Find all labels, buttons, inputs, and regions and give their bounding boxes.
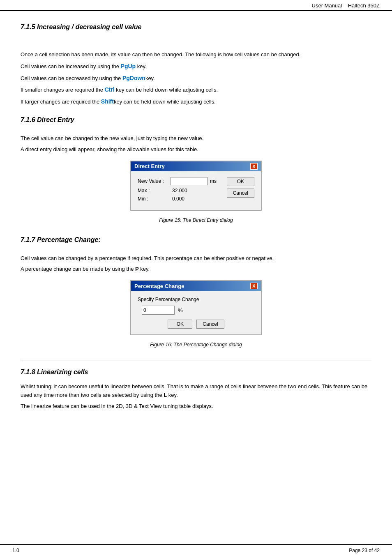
section-715-line3-suffix: key can be held down while adjusting cel… [115,87,218,93]
direct-entry-body: New Value : ms Max : 32.000 [131,171,261,210]
section-718-para1: Whilst tuning, it can become useful to l… [21,382,371,400]
direct-entry-min-label: Min : [138,196,171,202]
pct-ok-button[interactable]: OK [168,320,192,329]
section-715-line1-prefix: Cell values can be increased by using th… [21,63,121,69]
direct-entry-titlebar: Direct Entry X [131,161,261,171]
section-715-line2-prefix: Cell values can be decreased by using th… [21,75,122,81]
section-716-para2: A direct entry dialog will appear, showi… [21,145,371,154]
direct-entry-close-button[interactable]: X [250,163,258,170]
direct-entry-dialog: Direct Entry X New Value : [130,161,262,211]
direct-entry-unit: ms [210,178,217,184]
pct-input[interactable] [142,306,175,315]
section-715-line4: If larger changes are required the Shift… [21,97,371,106]
page-container: User Manual – Haltech 350Z 7.1.5 Increas… [0,0,392,555]
section-715-line1-suffix: key. [136,63,147,69]
section-715-pgdown-key: PgDown [122,75,145,81]
section-717-para2-suffix: key. [139,266,150,272]
section-717-para1: Cell values can be changed by a percenta… [21,254,371,263]
direct-entry-content-row: New Value : ms Max : 32.000 [138,177,254,204]
section-717-heading: 7.1.7 Percentage Change: [21,236,371,244]
section-715-line3: If smaller changes are required the Ctrl… [21,85,371,94]
pct-cancel-button[interactable]: Cancel [196,320,224,329]
header-bar: User Manual – Haltech 350Z [0,0,392,11]
direct-entry-max-label: Max : [138,188,171,193]
direct-entry-min-value: 0.000 [172,196,184,202]
direct-entry-cancel-button[interactable]: Cancel [227,189,254,198]
section-716: 7.1.6 Direct Entry The cell value can be… [21,116,371,223]
section-715-line2: Cell values can be decreased by using th… [21,74,371,83]
section-715-para1: Once a cell selection has been made, its… [21,51,371,59]
section-718-para1-suffix: key. [167,392,178,398]
direct-entry-newvalue-row: New Value : ms [138,177,220,185]
direct-entry-max-value: 32.000 [172,188,187,193]
pct-figure-caption: Figure 16: The Percentage Change dialog [21,342,371,348]
pct-input-row: % [142,306,254,315]
section-715-pgup-key: PgUp [121,63,136,69]
section-717-para2-prefix: A percentage change can be made by using… [21,266,135,272]
pct-btn-row: OK Cancel [138,320,254,329]
section-716-para1: The cell value can be changed to the new… [21,134,371,143]
pct-change-body: Specify Percentage Change % OK Cancel [131,291,261,334]
footer-page: Page 23 of 42 [349,548,380,553]
pct-unit: % [178,307,183,313]
section-715-shift-key: Shift [101,98,114,105]
section-715: 7.1.5 Increasing / decreasing cell value… [21,23,371,106]
section-717-p-key: P [135,266,139,272]
direct-entry-max-row: Max : 32.000 [138,188,220,193]
section-717-para2: A percentage change can be made by using… [21,265,371,274]
section-715-ctrl-key: Ctrl [105,86,115,93]
pct-change-title: Percentage Change [134,283,184,289]
direct-entry-buttons: OK Cancel [227,177,254,198]
section-715-line1: Cell values can be increased by using th… [21,62,371,71]
direct-entry-newvalue-input[interactable] [171,177,208,185]
section-715-heading: 7.1.5 Increasing / decreasing cell value [21,23,371,31]
footer-bar: 1.0 Page 23 of 42 [0,544,392,555]
direct-entry-dialog-wrapper: Direct Entry X New Value : [21,161,371,211]
section-715-line3-prefix: If smaller changes are required the [21,87,105,93]
header-title: User Manual – Haltech 350Z [312,2,380,9]
section-715-line2-suffix: key. [145,75,155,81]
pct-specify-label: Specify Percentage Change [138,297,254,302]
direct-entry-figure-caption: Figure 15: The Direct Entry dialog [21,217,371,223]
direct-entry-title: Direct Entry [134,163,165,169]
section-717: 7.1.7 Percentage Change: Cell values can… [21,236,371,348]
section-718-para2: The linearize feature can be used in the… [21,402,371,411]
section-715-line4-suffix: key can be held down while adjusting cel… [114,99,216,105]
section-718: 7.1.8 Linearizing cells Whilst tuning, i… [21,361,371,410]
direct-entry-fields: New Value : ms Max : 32.000 [138,177,220,204]
footer-version: 1.0 [12,548,19,553]
pct-change-titlebar: Percentage Change X [131,281,261,291]
direct-entry-newvalue-label: New Value : [138,178,171,184]
main-content: 7.1.5 Increasing / decreasing cell value… [0,11,392,544]
pct-change-dialog-wrapper: Percentage Change X Specify Percentage C… [21,280,371,335]
pct-change-close-button[interactable]: X [250,283,258,289]
pct-change-dialog: Percentage Change X Specify Percentage C… [130,280,262,335]
direct-entry-min-row: Min : 0.000 [138,196,220,202]
section-715-spacer [21,37,371,41]
direct-entry-ok-button[interactable]: OK [227,177,254,186]
section-715-line4-prefix: If larger changes are required the [21,99,101,105]
section-718-para1-text: Whilst tuning, it can become useful to l… [21,383,367,398]
section-718-heading: 7.1.8 Linearizing cells [21,368,371,376]
section-716-heading: 7.1.6 Direct Entry [21,116,371,124]
